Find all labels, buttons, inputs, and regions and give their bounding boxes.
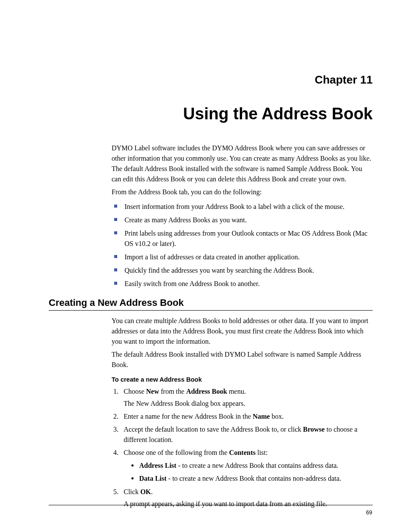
- step-4: Choose one of the following from the Con…: [120, 448, 373, 485]
- step-text: menu.: [227, 388, 246, 395]
- intro-bullet: Easily switch from one Address Book to a…: [114, 279, 373, 289]
- procedure-steps: Choose New from the Address Book menu. T…: [112, 386, 373, 510]
- chapter-title: Using the Address Book: [49, 105, 373, 123]
- page-content: Chapter 11 Using the Address Book DYMO L…: [49, 73, 373, 512]
- step-bold: Address Book: [186, 388, 227, 395]
- step-text: Click: [124, 488, 140, 495]
- step-4-sublist: Address List - to create a new Address B…: [124, 460, 373, 485]
- section-paragraph-2: The default Address Book installed with …: [112, 349, 373, 370]
- step-text: list:: [255, 449, 268, 456]
- step-text: Choose one of the following from the: [124, 449, 229, 456]
- step-5: Click OK. A prompt appears, asking if yo…: [120, 487, 373, 509]
- chapter-label: Chapter 11: [49, 73, 373, 87]
- step-3: Accept the default location to save the …: [120, 424, 373, 445]
- intro-bullet: Import a list of addresses or data creat…: [114, 252, 373, 263]
- step-text: Enter a name for the new Address Book in…: [124, 413, 252, 420]
- section-heading: Creating a New Address Book: [49, 297, 373, 311]
- step-result: The New Address Book dialog box appears.: [124, 398, 373, 409]
- subitem-bold: Address List: [139, 462, 176, 469]
- intro-bullet: Quickly find the addresses you want by s…: [114, 265, 373, 276]
- intro-block: DYMO Label software includes the DYMO Ad…: [112, 143, 373, 289]
- step-text: Accept the default location to save the …: [124, 426, 303, 433]
- procedure-heading: To create a new Address Book: [112, 376, 373, 383]
- section-paragraph-1: You can create multiple Address Books to…: [112, 316, 373, 347]
- step-bold: OK: [140, 488, 151, 495]
- step-4-subitem: Data List - to create a new Address Book…: [131, 473, 373, 484]
- section-block: You can create multiple Address Books to…: [112, 316, 373, 510]
- step-4-subitem: Address List - to create a new Address B…: [131, 460, 373, 471]
- subitem-bold: Data List: [139, 475, 167, 482]
- step-text: from the: [159, 388, 186, 395]
- intro-bullet: Create as many Address Books as you want…: [114, 215, 373, 226]
- step-text: box.: [270, 413, 283, 420]
- step-bold: Contents: [229, 449, 255, 456]
- step-result: A prompt appears, asking if you want to …: [124, 499, 373, 509]
- intro-bullet: Insert information from your Address Boo…: [114, 202, 373, 212]
- step-1: Choose New from the Address Book menu. T…: [120, 386, 373, 409]
- step-bold: New: [146, 388, 159, 395]
- step-bold: Name: [252, 413, 270, 420]
- page-number: 69: [366, 509, 372, 516]
- intro-paragraph-1: DYMO Label software includes the DYMO Ad…: [112, 143, 373, 184]
- step-bold: Browse: [303, 426, 324, 433]
- step-text: .: [151, 488, 153, 495]
- subitem-text: - to create a new Address Book that cont…: [167, 475, 341, 482]
- footer-rule: [49, 505, 373, 505]
- intro-bullet-list: Insert information from your Address Boo…: [112, 202, 373, 289]
- subitem-text: - to create a new Address Book that cont…: [176, 462, 338, 469]
- intro-paragraph-2: From the Address Book tab, you can do th…: [112, 187, 373, 197]
- step-text: Choose: [124, 388, 146, 395]
- intro-bullet: Print labels using addresses from your O…: [114, 228, 373, 250]
- step-2: Enter a name for the new Address Book in…: [120, 411, 373, 422]
